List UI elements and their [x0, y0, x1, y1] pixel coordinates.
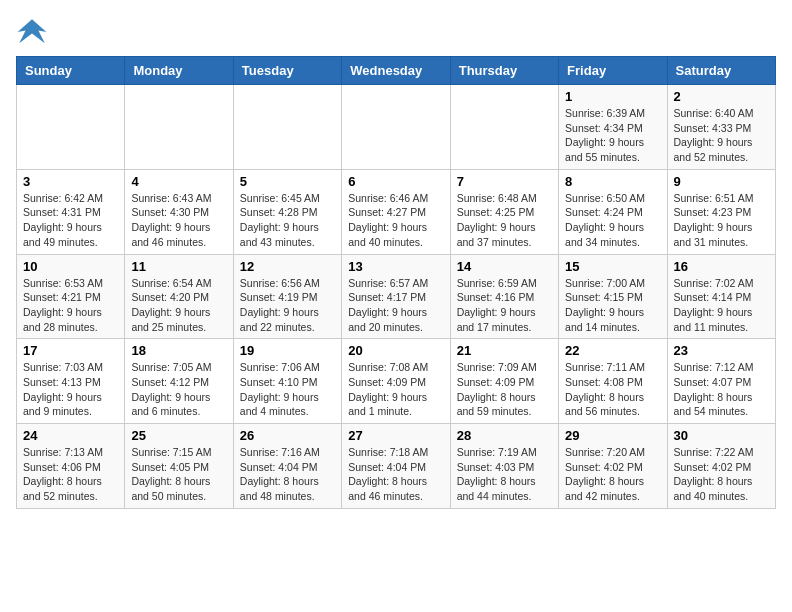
calendar-cell [125, 85, 233, 170]
calendar-cell: 26Sunrise: 7:16 AMSunset: 4:04 PMDayligh… [233, 424, 341, 509]
day-info: Sunrise: 7:12 AMSunset: 4:07 PMDaylight:… [674, 360, 769, 419]
header-sunday: Sunday [17, 57, 125, 85]
calendar-cell [450, 85, 558, 170]
day-number: 29 [565, 428, 660, 443]
day-number: 7 [457, 174, 552, 189]
calendar-cell: 9Sunrise: 6:51 AMSunset: 4:23 PMDaylight… [667, 169, 775, 254]
day-info: Sunrise: 6:53 AMSunset: 4:21 PMDaylight:… [23, 276, 118, 335]
day-info: Sunrise: 7:22 AMSunset: 4:02 PMDaylight:… [674, 445, 769, 504]
day-number: 23 [674, 343, 769, 358]
day-info: Sunrise: 6:56 AMSunset: 4:19 PMDaylight:… [240, 276, 335, 335]
calendar-cell: 4Sunrise: 6:43 AMSunset: 4:30 PMDaylight… [125, 169, 233, 254]
calendar-cell: 28Sunrise: 7:19 AMSunset: 4:03 PMDayligh… [450, 424, 558, 509]
header [16, 16, 776, 48]
calendar-week-row: 10Sunrise: 6:53 AMSunset: 4:21 PMDayligh… [17, 254, 776, 339]
calendar-cell: 16Sunrise: 7:02 AMSunset: 4:14 PMDayligh… [667, 254, 775, 339]
day-number: 25 [131, 428, 226, 443]
day-number: 6 [348, 174, 443, 189]
calendar-cell: 5Sunrise: 6:45 AMSunset: 4:28 PMDaylight… [233, 169, 341, 254]
day-info: Sunrise: 6:40 AMSunset: 4:33 PMDaylight:… [674, 106, 769, 165]
day-info: Sunrise: 7:09 AMSunset: 4:09 PMDaylight:… [457, 360, 552, 419]
calendar-cell [17, 85, 125, 170]
day-number: 19 [240, 343, 335, 358]
calendar-cell: 22Sunrise: 7:11 AMSunset: 4:08 PMDayligh… [559, 339, 667, 424]
header-monday: Monday [125, 57, 233, 85]
calendar-cell: 15Sunrise: 7:00 AMSunset: 4:15 PMDayligh… [559, 254, 667, 339]
day-number: 24 [23, 428, 118, 443]
calendar-cell: 25Sunrise: 7:15 AMSunset: 4:05 PMDayligh… [125, 424, 233, 509]
day-number: 1 [565, 89, 660, 104]
day-info: Sunrise: 6:57 AMSunset: 4:17 PMDaylight:… [348, 276, 443, 335]
calendar-week-row: 3Sunrise: 6:42 AMSunset: 4:31 PMDaylight… [17, 169, 776, 254]
day-number: 10 [23, 259, 118, 274]
day-info: Sunrise: 7:20 AMSunset: 4:02 PMDaylight:… [565, 445, 660, 504]
day-number: 16 [674, 259, 769, 274]
logo [16, 16, 52, 48]
day-number: 3 [23, 174, 118, 189]
day-info: Sunrise: 7:11 AMSunset: 4:08 PMDaylight:… [565, 360, 660, 419]
calendar-cell: 13Sunrise: 6:57 AMSunset: 4:17 PMDayligh… [342, 254, 450, 339]
svg-marker-0 [18, 19, 47, 43]
calendar-cell: 1Sunrise: 6:39 AMSunset: 4:34 PMDaylight… [559, 85, 667, 170]
day-info: Sunrise: 7:15 AMSunset: 4:05 PMDaylight:… [131, 445, 226, 504]
day-number: 12 [240, 259, 335, 274]
day-info: Sunrise: 7:06 AMSunset: 4:10 PMDaylight:… [240, 360, 335, 419]
calendar-cell: 29Sunrise: 7:20 AMSunset: 4:02 PMDayligh… [559, 424, 667, 509]
header-saturday: Saturday [667, 57, 775, 85]
calendar-cell: 7Sunrise: 6:48 AMSunset: 4:25 PMDaylight… [450, 169, 558, 254]
day-number: 20 [348, 343, 443, 358]
header-wednesday: Wednesday [342, 57, 450, 85]
calendar-cell [233, 85, 341, 170]
day-info: Sunrise: 6:48 AMSunset: 4:25 PMDaylight:… [457, 191, 552, 250]
day-number: 11 [131, 259, 226, 274]
calendar-week-row: 17Sunrise: 7:03 AMSunset: 4:13 PMDayligh… [17, 339, 776, 424]
calendar-week-row: 24Sunrise: 7:13 AMSunset: 4:06 PMDayligh… [17, 424, 776, 509]
day-info: Sunrise: 7:02 AMSunset: 4:14 PMDaylight:… [674, 276, 769, 335]
day-info: Sunrise: 7:05 AMSunset: 4:12 PMDaylight:… [131, 360, 226, 419]
day-number: 14 [457, 259, 552, 274]
calendar-cell: 12Sunrise: 6:56 AMSunset: 4:19 PMDayligh… [233, 254, 341, 339]
day-number: 28 [457, 428, 552, 443]
day-info: Sunrise: 6:43 AMSunset: 4:30 PMDaylight:… [131, 191, 226, 250]
day-info: Sunrise: 7:00 AMSunset: 4:15 PMDaylight:… [565, 276, 660, 335]
calendar-header-row: SundayMondayTuesdayWednesdayThursdayFrid… [17, 57, 776, 85]
day-number: 17 [23, 343, 118, 358]
day-number: 30 [674, 428, 769, 443]
day-number: 9 [674, 174, 769, 189]
calendar-cell: 6Sunrise: 6:46 AMSunset: 4:27 PMDaylight… [342, 169, 450, 254]
day-info: Sunrise: 6:42 AMSunset: 4:31 PMDaylight:… [23, 191, 118, 250]
calendar-cell: 19Sunrise: 7:06 AMSunset: 4:10 PMDayligh… [233, 339, 341, 424]
calendar-cell: 23Sunrise: 7:12 AMSunset: 4:07 PMDayligh… [667, 339, 775, 424]
day-number: 21 [457, 343, 552, 358]
calendar-cell [342, 85, 450, 170]
calendar-cell: 17Sunrise: 7:03 AMSunset: 4:13 PMDayligh… [17, 339, 125, 424]
day-number: 15 [565, 259, 660, 274]
day-info: Sunrise: 7:13 AMSunset: 4:06 PMDaylight:… [23, 445, 118, 504]
calendar-cell: 8Sunrise: 6:50 AMSunset: 4:24 PMDaylight… [559, 169, 667, 254]
day-info: Sunrise: 6:59 AMSunset: 4:16 PMDaylight:… [457, 276, 552, 335]
calendar-cell: 18Sunrise: 7:05 AMSunset: 4:12 PMDayligh… [125, 339, 233, 424]
day-number: 22 [565, 343, 660, 358]
day-number: 5 [240, 174, 335, 189]
calendar-cell: 27Sunrise: 7:18 AMSunset: 4:04 PMDayligh… [342, 424, 450, 509]
day-info: Sunrise: 6:50 AMSunset: 4:24 PMDaylight:… [565, 191, 660, 250]
calendar-cell: 10Sunrise: 6:53 AMSunset: 4:21 PMDayligh… [17, 254, 125, 339]
day-info: Sunrise: 6:46 AMSunset: 4:27 PMDaylight:… [348, 191, 443, 250]
day-info: Sunrise: 6:51 AMSunset: 4:23 PMDaylight:… [674, 191, 769, 250]
day-number: 27 [348, 428, 443, 443]
day-info: Sunrise: 7:19 AMSunset: 4:03 PMDaylight:… [457, 445, 552, 504]
day-number: 18 [131, 343, 226, 358]
day-info: Sunrise: 7:16 AMSunset: 4:04 PMDaylight:… [240, 445, 335, 504]
day-number: 26 [240, 428, 335, 443]
day-number: 4 [131, 174, 226, 189]
day-info: Sunrise: 6:39 AMSunset: 4:34 PMDaylight:… [565, 106, 660, 165]
header-tuesday: Tuesday [233, 57, 341, 85]
header-thursday: Thursday [450, 57, 558, 85]
calendar-week-row: 1Sunrise: 6:39 AMSunset: 4:34 PMDaylight… [17, 85, 776, 170]
calendar-cell: 3Sunrise: 6:42 AMSunset: 4:31 PMDaylight… [17, 169, 125, 254]
day-info: Sunrise: 7:18 AMSunset: 4:04 PMDaylight:… [348, 445, 443, 504]
calendar-cell: 21Sunrise: 7:09 AMSunset: 4:09 PMDayligh… [450, 339, 558, 424]
calendar-cell: 24Sunrise: 7:13 AMSunset: 4:06 PMDayligh… [17, 424, 125, 509]
day-info: Sunrise: 6:45 AMSunset: 4:28 PMDaylight:… [240, 191, 335, 250]
calendar: SundayMondayTuesdayWednesdayThursdayFrid… [16, 56, 776, 509]
